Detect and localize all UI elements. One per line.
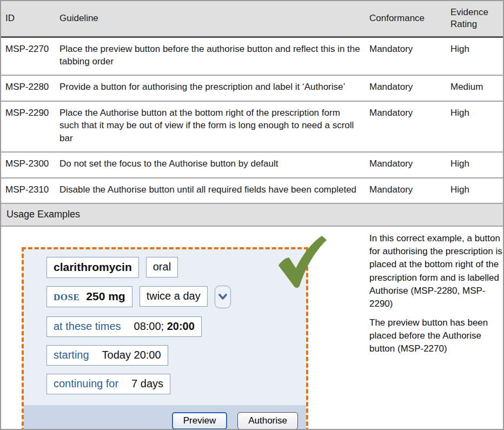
prescription-form-example: clarithromycin oral DOSE 250 mg twice a … bbox=[22, 247, 308, 430]
dose-label: DOSE bbox=[54, 292, 79, 303]
guidelines-table: ID Guideline Conformance Evidence Rating… bbox=[1, 1, 503, 204]
table-row: MSP-2280 Provide a button for authorisin… bbox=[1, 75, 503, 101]
guideline-text: Place the preview button before the auth… bbox=[55, 37, 365, 75]
header-evidence-rating: Evidence Rating bbox=[446, 1, 503, 37]
drug-row: clarithromycin oral bbox=[47, 257, 306, 278]
times-row: at these times 08:00; 20:00 bbox=[47, 316, 306, 337]
prescription-fields: clarithromycin oral DOSE 250 mg twice a … bbox=[24, 249, 306, 394]
frequency-field[interactable]: twice a day bbox=[140, 286, 208, 307]
starting-row: starting Today 20:00 bbox=[47, 345, 306, 366]
table-row: MSP-2290 Place the Authorise button at t… bbox=[1, 101, 503, 152]
starting-value: Today 20:00 bbox=[102, 349, 161, 361]
usage-examples-header: Usage Examples bbox=[1, 204, 503, 227]
guideline-text: Do not set the focus to the Authorise bu… bbox=[55, 152, 365, 177]
prescription-footer-bar: Preview Authorise bbox=[24, 405, 306, 430]
times-value-emphasis: 20:00 bbox=[167, 320, 195, 332]
guideline-text: Disable the Authorise button until all r… bbox=[55, 178, 365, 203]
evidence-rating-value: High bbox=[446, 152, 503, 177]
dose-row: DOSE 250 mg twice a day bbox=[47, 286, 306, 308]
evidence-rating-value: Medium bbox=[446, 75, 503, 101]
annotation-paragraph-1: In this correct example, a button for au… bbox=[369, 232, 503, 310]
table-header-row: ID Guideline Conformance Evidence Rating bbox=[1, 1, 503, 37]
check-mark-icon bbox=[275, 234, 329, 289]
dose-value: 250 mg bbox=[86, 290, 125, 303]
times-label: at these times bbox=[54, 320, 121, 333]
route-value: oral bbox=[153, 261, 171, 273]
preview-button[interactable]: Preview bbox=[172, 412, 227, 429]
guideline-id: MSP-2290 bbox=[1, 101, 55, 152]
guideline-id: MSP-2280 bbox=[1, 75, 55, 101]
evidence-rating-value: High bbox=[446, 178, 503, 203]
guideline-id: MSP-2300 bbox=[1, 152, 55, 177]
continuing-row: continuing for 7 days bbox=[47, 374, 306, 394]
evidence-rating-value: High bbox=[446, 101, 503, 152]
header-conformance: Conformance bbox=[365, 1, 446, 37]
drug-name: clarithromycin bbox=[54, 261, 132, 274]
guideline-text: Provide a button for authorising the pre… bbox=[55, 75, 365, 101]
drug-field[interactable]: clarithromycin bbox=[47, 257, 139, 278]
conformance-value: Mandatory bbox=[365, 37, 446, 75]
authorise-button[interactable]: Authorise bbox=[237, 412, 298, 429]
example-annotation-text: In this correct example, a button for au… bbox=[369, 232, 503, 355]
annotation-paragraph-2: The preview button has been placed befor… bbox=[369, 316, 503, 355]
table-row: MSP-2300 Do not set the focus to the Aut… bbox=[1, 152, 503, 177]
guideline-text: Place the Authorise button at the bottom… bbox=[55, 101, 365, 152]
frequency-dropdown-button[interactable] bbox=[215, 286, 231, 308]
continuing-field[interactable]: continuing for 7 days bbox=[47, 374, 170, 394]
guideline-id: MSP-2310 bbox=[1, 178, 55, 203]
evidence-rating-value: High bbox=[446, 37, 503, 75]
conformance-value: Mandatory bbox=[365, 178, 446, 203]
conformance-value: Mandatory bbox=[365, 152, 446, 177]
header-id: ID bbox=[1, 1, 55, 37]
times-value: 08:00; 20:00 bbox=[134, 320, 195, 333]
table-row: MSP-2270 Place the preview button before… bbox=[1, 37, 503, 75]
table-row: MSP-2310 Disable the Authorise button un… bbox=[1, 178, 503, 203]
dose-field[interactable]: DOSE 250 mg bbox=[47, 286, 132, 307]
conformance-value: Mandatory bbox=[365, 75, 446, 101]
header-guideline: Guideline bbox=[55, 1, 365, 37]
guideline-id: MSP-2270 bbox=[1, 37, 55, 75]
starting-field[interactable]: starting Today 20:00 bbox=[47, 345, 168, 366]
chevron-down-icon bbox=[218, 293, 228, 301]
continuing-label: continuing for bbox=[54, 378, 118, 390]
usage-example-area: clarithromycin oral DOSE 250 mg twice a … bbox=[1, 227, 503, 430]
frequency-value: twice a day bbox=[147, 290, 201, 302]
conformance-value: Mandatory bbox=[365, 101, 446, 152]
times-field[interactable]: at these times 08:00; 20:00 bbox=[47, 316, 202, 337]
guidance-page: ID Guideline Conformance Evidence Rating… bbox=[0, 0, 504, 430]
starting-label: starting bbox=[54, 349, 89, 361]
route-field[interactable]: oral bbox=[146, 257, 178, 277]
continuing-value: 7 days bbox=[131, 378, 163, 390]
